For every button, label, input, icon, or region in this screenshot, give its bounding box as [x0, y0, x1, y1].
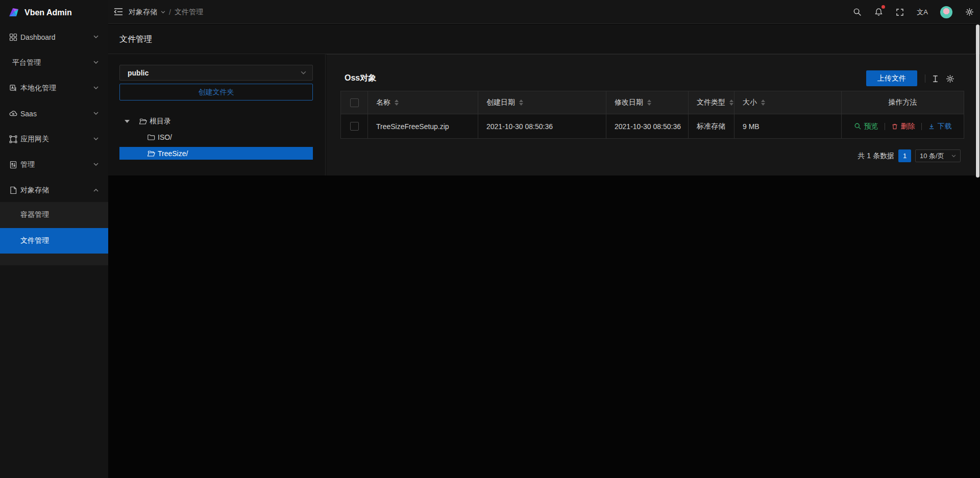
- row-height-icon[interactable]: [931, 74, 940, 83]
- breadcrumb-parent[interactable]: 对象存储: [129, 8, 157, 17]
- app-title: Vben Admin: [24, 0, 72, 26]
- delete-label: 删除: [901, 122, 915, 131]
- tree-node-treesize[interactable]: TreeSize/: [119, 147, 313, 160]
- column-header-operations: 操作方法: [842, 91, 964, 114]
- sidebar-item-label: Saas: [20, 110, 37, 118]
- chevron-down-icon: [161, 11, 165, 14]
- sidebar-item-platform[interactable]: 平台管理: [0, 53, 108, 73]
- pagination: 共 1 条数据 1 10 条/页: [857, 149, 961, 162]
- upload-file-button[interactable]: 上传文件: [866, 70, 917, 86]
- chevron-up-icon: [93, 188, 99, 192]
- page-scrollbar-thumb[interactable]: [976, 24, 979, 178]
- column-label: 操作方法: [889, 98, 917, 106]
- settings-gear-icon[interactable]: [965, 8, 974, 17]
- chevron-down-icon: [93, 35, 99, 39]
- dashboard-icon: [9, 33, 17, 41]
- sidebar-item-dashboard[interactable]: Dashboard: [0, 27, 108, 47]
- submenu-item-label: 文件管理: [20, 236, 49, 245]
- sort-icon[interactable]: [395, 99, 399, 106]
- tree-node-root[interactable]: 根目录: [119, 115, 313, 128]
- cloud-icon: [9, 110, 17, 118]
- logo[interactable]: Vben Admin: [0, 0, 108, 26]
- sidebar-item-saas[interactable]: Saas: [0, 104, 108, 124]
- sidebar: Vben Admin Dashboard 平台管理 本地化管理 S: [0, 0, 108, 478]
- column-header-filetype[interactable]: 文件类型: [689, 91, 734, 114]
- locale-icon-text: 文A: [917, 8, 928, 17]
- sidebar-item-file-manage[interactable]: 文件管理: [0, 228, 108, 254]
- download-icon: [928, 123, 935, 130]
- content: public 创建文件夹 根目录 ISO/: [108, 54, 975, 175]
- cell-name: TreeSizeFreeSetup.zip: [368, 114, 478, 139]
- sidebar-item-label: 对象存储: [20, 186, 49, 195]
- page-size-value: 10 条/页: [920, 152, 948, 161]
- action-divider: [885, 123, 885, 130]
- window-header: 对象存储 / 文件管理 文A: [108, 0, 980, 24]
- column-label: 名称: [376, 98, 390, 107]
- download-action[interactable]: 下载: [928, 122, 952, 131]
- folder-open-icon: [139, 117, 147, 125]
- table-header-row: 名称 创建日期 修改日期 文件类型: [341, 91, 964, 114]
- trash-icon: [891, 123, 898, 130]
- submenu-item-label: 容器管理: [20, 210, 49, 219]
- page-size-select[interactable]: 10 条/页: [915, 149, 961, 162]
- magnifier-icon: [854, 122, 862, 130]
- cell-created: 2021-10-30 08:50:36: [478, 114, 606, 139]
- sidebar-item-localization[interactable]: 本地化管理: [0, 78, 108, 98]
- chevron-down-icon: [301, 71, 306, 75]
- notification-bell-icon[interactable]: [874, 8, 883, 17]
- bucket-select[interactable]: public: [119, 65, 313, 81]
- sort-icon[interactable]: [729, 99, 733, 106]
- column-header-size[interactable]: 大小: [734, 91, 842, 114]
- select-all-checkbox[interactable]: [350, 98, 359, 107]
- sidebar-item-gateway[interactable]: 应用网关: [0, 129, 108, 149]
- column-header-created[interactable]: 创建日期: [478, 91, 606, 114]
- folder-icon: [147, 133, 155, 141]
- column-settings-gear-icon[interactable]: [946, 74, 954, 83]
- sort-icon[interactable]: [761, 99, 765, 106]
- cell-filetype: 标准存储: [689, 114, 734, 139]
- tree-node-label: TreeSize/: [158, 149, 188, 158]
- sidebar-item-object-storage[interactable]: 对象存储: [0, 180, 108, 200]
- table-row: TreeSizeFreeSetup.zip 2021-10-30 08:50:3…: [341, 114, 964, 139]
- sidebar-item-label: 应用网关: [20, 135, 49, 144]
- notification-badge-dot: [881, 5, 885, 9]
- caret-down-icon[interactable]: [125, 120, 130, 123]
- column-header-name[interactable]: 名称: [368, 91, 478, 114]
- breadcrumb: 对象存储 / 文件管理: [129, 0, 203, 24]
- create-folder-label: 创建文件夹: [199, 88, 234, 97]
- fullscreen-icon[interactable]: [895, 8, 904, 17]
- sidebar-item-manage[interactable]: 管理: [0, 155, 108, 175]
- preview-label: 预览: [864, 122, 878, 131]
- sort-icon[interactable]: [519, 99, 523, 106]
- locale-icon[interactable]: 文A: [917, 8, 928, 17]
- sidebar-item-label: 平台管理: [12, 58, 41, 67]
- sidebar-item-container-manage[interactable]: 容器管理: [0, 202, 108, 228]
- preview-action[interactable]: 预览: [854, 122, 878, 131]
- upload-file-label: 上传文件: [877, 74, 906, 83]
- delete-action[interactable]: 删除: [891, 122, 915, 131]
- chevron-down-icon: [93, 163, 99, 166]
- action-divider: [921, 123, 922, 130]
- column-header-modified[interactable]: 修改日期: [606, 91, 689, 114]
- create-folder-button[interactable]: 创建文件夹: [119, 84, 313, 100]
- search-icon[interactable]: [852, 8, 862, 17]
- object-storage-submenu: 容器管理 文件管理: [0, 202, 108, 265]
- oss-table: 名称 创建日期 修改日期 文件类型: [340, 91, 964, 139]
- menu-fold-icon[interactable]: [113, 7, 124, 16]
- tree-node-label: ISO/: [158, 133, 172, 141]
- sidebar-item-label: Dashboard: [20, 33, 56, 41]
- avatar[interactable]: [940, 6, 952, 18]
- app-root: Vben Admin Dashboard 平台管理 本地化管理 S: [0, 0, 980, 478]
- gateway-icon: [9, 135, 17, 143]
- toolbar-divider: [925, 74, 925, 83]
- page-title: 文件管理: [119, 24, 152, 54]
- row-checkbox[interactable]: [350, 122, 359, 131]
- chevron-down-icon: [93, 137, 99, 141]
- sort-icon[interactable]: [647, 99, 651, 106]
- tree-node-iso[interactable]: ISO/: [119, 131, 313, 143]
- cell-size: 9 MB: [734, 114, 842, 139]
- download-label: 下载: [938, 122, 952, 131]
- file-icon: [9, 186, 17, 194]
- pagination-page-1[interactable]: 1: [898, 149, 911, 162]
- breadcrumb-separator: /: [169, 8, 171, 16]
